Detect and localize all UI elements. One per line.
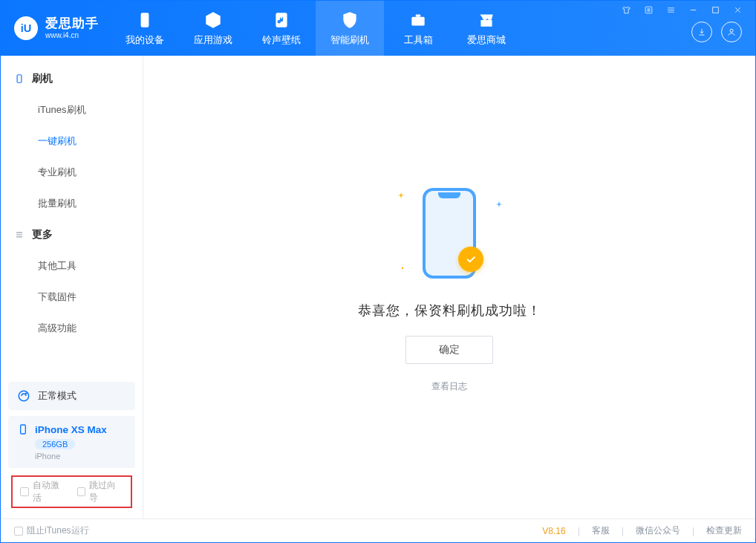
check-update-link[interactable]: 检查更新 [706, 524, 742, 537]
skip-guide-checkbox[interactable]: 跳过向导 [77, 479, 124, 504]
app-window: iU 爱思助手 www.i4.cn 我的设备 应用游戏 铃声壁纸 智能 [0, 0, 756, 543]
sidebar-item-itunes-flash[interactable]: iTunes刷机 [1, 94, 143, 126]
maximize-button[interactable] [709, 4, 721, 16]
tab-label: 铃声壁纸 [262, 33, 301, 47]
ok-button[interactable]: 确定 [405, 336, 493, 364]
nav-tabs: 我的设备 应用游戏 铃声壁纸 智能刷机 工具箱 爱思商城 [111, 1, 521, 56]
brand-name: 爱思助手 [45, 17, 99, 31]
sidebar-group-more-title: 更多 [1, 219, 143, 250]
device-type: iPhone [35, 452, 126, 461]
header-actions [691, 22, 751, 42]
phone-icon [17, 423, 29, 435]
toolbox-icon [408, 10, 428, 30]
titlebar: iU 爱思助手 www.i4.cn 我的设备 应用游戏 铃声壁纸 智能 [1, 1, 755, 56]
logo-icon: iU [18, 20, 34, 36]
checkbox-icon [20, 487, 29, 496]
sidebar-item-download-firmware[interactable]: 下载固件 [1, 282, 143, 313]
success-illustration [382, 181, 516, 285]
statusbar: 阻止iTunes运行 V8.16 | 客服 | 微信公众号 | 检查更新 [1, 518, 755, 542]
wechat-link[interactable]: 微信公众号 [636, 524, 680, 537]
mode-icon [17, 389, 30, 403]
tab-store[interactable]: 爱思商城 [452, 1, 521, 56]
menu-icon[interactable] [665, 4, 677, 16]
svg-rect-6 [712, 7, 718, 13]
device-card[interactable]: iPhone XS Max 256GB iPhone [8, 416, 135, 468]
tab-label: 爱思商城 [467, 33, 506, 47]
user-icon[interactable] [721, 22, 742, 42]
brand-url: www.i4.cn [45, 31, 99, 39]
brand: iU 爱思助手 www.i4.cn [1, 1, 111, 56]
music-icon [272, 10, 291, 30]
tab-ringtones[interactable]: 铃声壁纸 [247, 1, 316, 56]
main-panel: 恭喜您，保资料刷机成功啦！ 确定 查看日志 [143, 56, 755, 518]
svg-point-7 [730, 29, 733, 32]
sidebar-item-batch-flash[interactable]: 批量刷机 [1, 188, 143, 219]
version-label: V8.16 [542, 526, 565, 536]
list-icon [14, 230, 25, 240]
svg-point-9 [19, 391, 29, 401]
view-logs-link[interactable]: 查看日志 [431, 380, 467, 393]
mode-card[interactable]: 正常模式 [8, 382, 135, 410]
options-highlight: 自动激活 跳过向导 [11, 475, 132, 508]
success-message: 恭喜您，保资料刷机成功啦！ [358, 302, 541, 319]
download-icon[interactable] [691, 22, 712, 42]
mode-label: 正常模式 [38, 389, 76, 403]
svg-rect-1 [141, 13, 149, 27]
body: 刷机 iTunes刷机 一键刷机 专业刷机 批量刷机 更多 其他工具 下载固件 … [1, 56, 755, 518]
sidebar-item-other-tools[interactable]: 其他工具 [1, 250, 143, 282]
svg-text:iU: iU [21, 22, 32, 34]
shield-refresh-icon [340, 10, 359, 30]
tab-label: 应用游戏 [194, 33, 232, 47]
checkmark-badge-icon [458, 247, 483, 272]
device-storage: 256GB [35, 439, 75, 449]
device-name: iPhone XS Max [35, 424, 107, 435]
auto-activate-checkbox[interactable]: 自动激活 [20, 479, 67, 504]
tab-label: 工具箱 [404, 33, 433, 47]
cube-icon [203, 10, 223, 30]
minimize-button[interactable] [687, 4, 699, 16]
svg-rect-8 [17, 75, 22, 83]
sparkle-icon [495, 198, 503, 211]
tab-apps[interactable]: 应用游戏 [179, 1, 247, 56]
svg-rect-4 [416, 14, 421, 16]
close-button[interactable] [731, 4, 743, 16]
phone-icon [135, 10, 154, 30]
support-link[interactable]: 客服 [592, 524, 610, 537]
list-icon[interactable] [642, 4, 654, 16]
svg-rect-3 [411, 16, 424, 25]
checkbox-icon [77, 487, 86, 496]
brand-logo-icon: iU [14, 16, 38, 40]
block-itunes-checkbox[interactable]: 阻止iTunes运行 [14, 524, 89, 537]
sidebar-item-advanced[interactable]: 高级功能 [1, 313, 143, 344]
sparkle-icon [397, 189, 405, 202]
sidebar-item-onekey-flash[interactable]: 一键刷机 [1, 126, 143, 157]
svg-point-11 [402, 267, 404, 270]
tab-toolbox[interactable]: 工具箱 [384, 1, 452, 56]
checkbox-icon [14, 527, 23, 536]
store-icon [477, 10, 496, 30]
sidebar-group-flash-title: 刷机 [1, 63, 143, 94]
sidebar-item-pro-flash[interactable]: 专业刷机 [1, 157, 143, 188]
window-controls [620, 4, 751, 16]
tab-label: 我的设备 [126, 33, 164, 47]
header-right [620, 1, 755, 56]
tab-label: 智能刷机 [330, 33, 369, 47]
tab-flash[interactable]: 智能刷机 [316, 1, 384, 56]
sparkle-icon [399, 261, 406, 275]
svg-rect-10 [21, 425, 26, 434]
shirt-icon[interactable] [620, 4, 632, 16]
sidebar: 刷机 iTunes刷机 一键刷机 专业刷机 批量刷机 更多 其他工具 下载固件 … [1, 56, 143, 518]
device-icon [14, 74, 25, 84]
tab-my-device[interactable]: 我的设备 [111, 1, 179, 56]
